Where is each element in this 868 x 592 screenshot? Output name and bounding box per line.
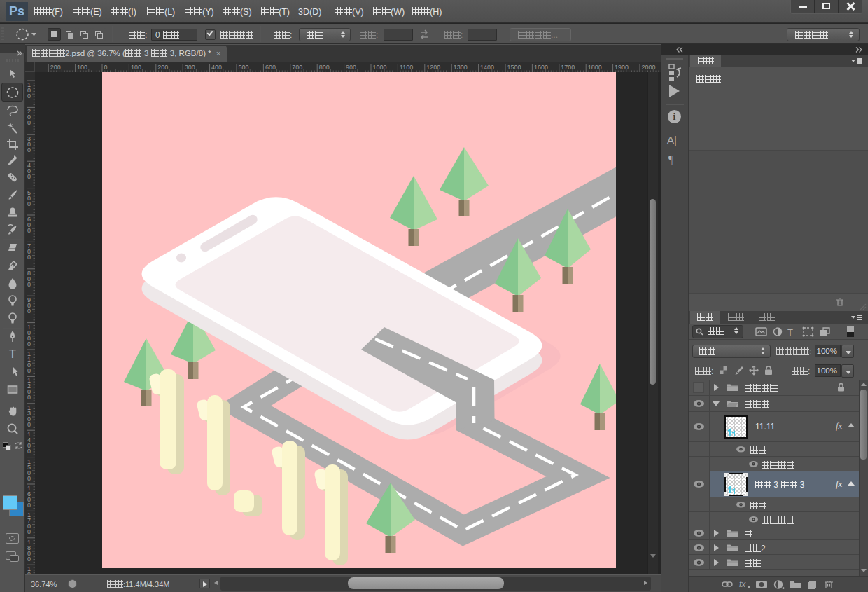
svg-text:0: 0	[27, 173, 31, 180]
svg-text:100: 100	[131, 64, 141, 71]
svg-text:0: 0	[27, 146, 31, 153]
svg-text:T: T	[788, 327, 793, 338]
svg-text:0: 0	[27, 421, 31, 428]
svg-text:200: 200	[158, 64, 168, 71]
svg-text:0: 0	[27, 308, 31, 315]
svg-text:0: 0	[27, 394, 31, 401]
svg-text:0: 0	[27, 254, 31, 261]
svg-text:0: 0	[27, 475, 31, 482]
svg-text:0: 0	[27, 502, 31, 509]
svg-text:0: 0	[27, 92, 31, 99]
svg-text:100: 100	[77, 64, 88, 71]
svg-text:0: 0	[27, 367, 31, 374]
svg-text:600: 600	[265, 64, 276, 71]
svg-text:800: 800	[319, 64, 330, 71]
svg-text:500: 500	[239, 64, 249, 71]
svg-text:0: 0	[27, 281, 31, 288]
svg-text:0: 0	[27, 200, 31, 207]
svg-text:fx: fx	[739, 579, 746, 589]
svg-text:0: 0	[27, 119, 31, 126]
svg-text:0: 0	[27, 528, 31, 535]
svg-text:0: 0	[27, 340, 31, 347]
svg-text:300: 300	[185, 64, 195, 71]
svg-text:200: 200	[50, 64, 61, 71]
svg-text:900: 900	[346, 64, 356, 71]
svg-text:T: T	[9, 347, 16, 361]
svg-text:400: 400	[211, 64, 222, 71]
svg-text:0: 0	[27, 448, 31, 455]
svg-text:700: 700	[292, 64, 302, 71]
svg-text:0: 0	[104, 64, 108, 71]
svg-text:0: 0	[27, 556, 31, 563]
svg-text:0: 0	[27, 227, 31, 234]
